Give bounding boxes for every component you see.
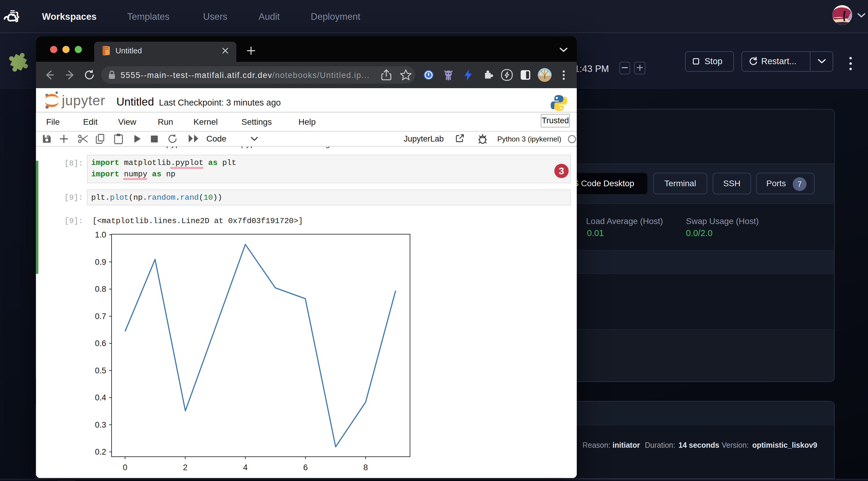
svg-text:2: 2 (183, 463, 187, 472)
svg-text:0.3: 0.3 (95, 420, 106, 429)
svg-text:0: 0 (123, 463, 127, 472)
svg-text:8: 8 (363, 463, 368, 472)
svg-text:0.4: 0.4 (95, 393, 106, 402)
svg-text:4: 4 (243, 463, 247, 472)
svg-text:0.7: 0.7 (95, 312, 106, 321)
svg-text:}: } (15, 10, 19, 22)
svg-text:0.9: 0.9 (95, 258, 106, 266)
svg-text:0.8: 0.8 (95, 285, 106, 294)
svg-text:1.0: 1.0 (95, 231, 106, 239)
svg-text:0.6: 0.6 (95, 339, 106, 348)
svg-text:6: 6 (303, 463, 308, 472)
svg-text:0.5: 0.5 (95, 366, 106, 375)
svg-text:0.2: 0.2 (95, 447, 106, 456)
